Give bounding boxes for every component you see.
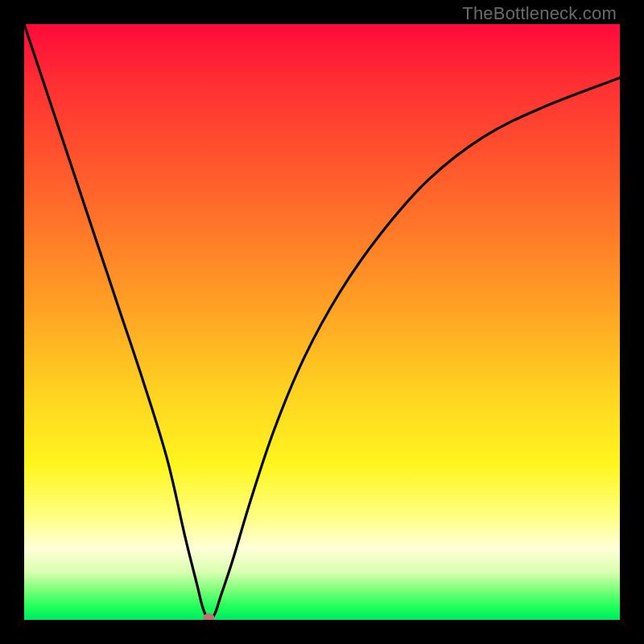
watermark-label: TheBottleneck.com	[462, 3, 617, 24]
bottleneck-curve	[24, 24, 620, 620]
chart-frame: TheBottleneck.com	[0, 0, 644, 644]
plot-area	[24, 24, 620, 620]
curve-svg	[24, 24, 620, 620]
